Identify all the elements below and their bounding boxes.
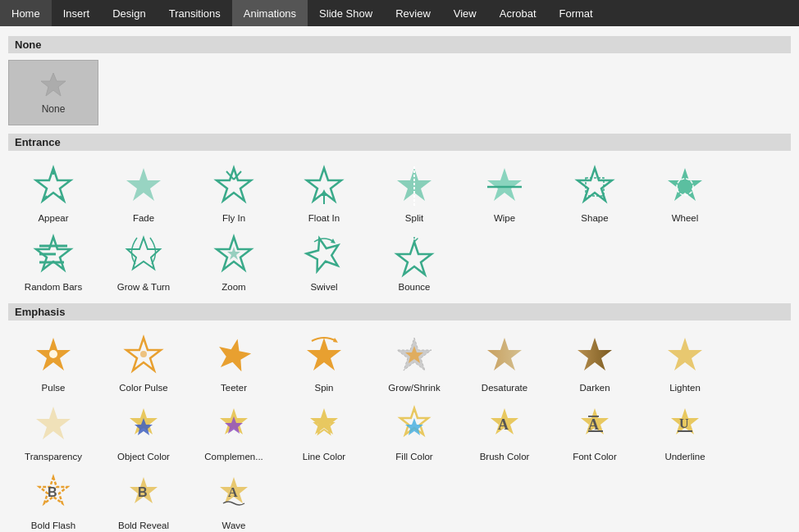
- objectcolor-icon: [119, 401, 168, 450]
- wipe-item[interactable]: Wipe: [459, 157, 550, 226]
- fontcolor-item[interactable]: A Font Color: [550, 396, 640, 465]
- lighten-label: Lighten: [669, 383, 701, 393]
- zoom-item[interactable]: Zoom: [189, 226, 279, 295]
- darken-item[interactable]: Darken: [550, 327, 640, 396]
- menu-transitions[interactable]: Transitions: [158, 0, 232, 26]
- svg-marker-7: [126, 168, 161, 201]
- growturn-item[interactable]: Grow & Turn: [98, 226, 189, 295]
- none-animation-item[interactable]: None: [8, 60, 98, 125]
- svg-point-36: [140, 351, 147, 357]
- fade-item[interactable]: Fade: [98, 157, 189, 226]
- linecolor-item[interactable]: Line Color: [279, 396, 369, 465]
- teeter-label: Teeter: [221, 383, 247, 393]
- menu-animations[interactable]: Animations: [232, 0, 308, 26]
- fontcolor-icon: A: [570, 401, 619, 450]
- complementary-item[interactable]: Complemen...: [189, 396, 279, 465]
- brushcolor-icon: A: [480, 401, 529, 450]
- menu-home[interactable]: Home: [0, 0, 52, 26]
- desaturate-label: Desaturate: [482, 383, 527, 393]
- svg-marker-43: [578, 338, 612, 371]
- zoom-label: Zoom: [221, 282, 245, 292]
- emphasis-grid: Pulse Color Pulse Teeter: [8, 322, 791, 532]
- flyin-label: Fly In: [222, 213, 245, 223]
- svg-marker-39: [333, 338, 338, 343]
- svg-marker-0: [41, 73, 66, 96]
- menu-acrobat[interactable]: Acrobat: [488, 0, 548, 26]
- svg-text:B: B: [138, 485, 148, 499]
- swivel-label: Swivel: [310, 282, 337, 292]
- darken-label: Darken: [579, 383, 610, 393]
- boldreveal-label: Bold Reveal: [118, 521, 169, 530]
- split-icon: [390, 162, 439, 211]
- randombars-icon: [29, 231, 78, 280]
- boldflash-label: Bold Flash: [31, 521, 75, 530]
- flyin-item[interactable]: Fly In: [189, 157, 279, 226]
- desaturate-item[interactable]: Desaturate: [459, 327, 550, 396]
- shape-item[interactable]: Shape: [550, 157, 640, 226]
- underline-item[interactable]: U Underline: [640, 396, 730, 465]
- shape-icon: [570, 162, 619, 211]
- wheel-icon: [660, 162, 710, 211]
- animations-panel: None None Entrance Appear: [0, 26, 799, 532]
- lighten-item[interactable]: Lighten: [640, 327, 730, 396]
- emphasis-header: Emphasis: [8, 303, 791, 321]
- transparency-item[interactable]: Transparency: [8, 396, 98, 465]
- svg-marker-42: [487, 338, 522, 371]
- fillcolor-item[interactable]: Fill Color: [369, 396, 459, 465]
- pulse-label: Pulse: [42, 383, 66, 393]
- boldflash-icon: B: [29, 470, 78, 519]
- wave-label: Wave: [222, 521, 246, 530]
- menu-insert[interactable]: Insert: [52, 0, 102, 26]
- boldflash-item[interactable]: B Bold Flash: [8, 465, 98, 532]
- none-section: None: [8, 55, 791, 130]
- growshrink-item[interactable]: Grow/Shrink: [369, 327, 459, 396]
- wheel-item[interactable]: Wheel: [640, 157, 730, 226]
- boldreveal-item[interactable]: B Bold Reveal: [98, 465, 189, 532]
- svg-text:B: B: [48, 485, 57, 499]
- menu-slideshow[interactable]: Slide Show: [308, 0, 384, 26]
- teeter-item[interactable]: Teeter: [189, 327, 279, 396]
- growturn-label: Grow & Turn: [117, 282, 171, 292]
- menu-format[interactable]: Format: [548, 0, 605, 26]
- menu-design[interactable]: Design: [101, 0, 157, 26]
- menu-review[interactable]: Review: [384, 0, 442, 26]
- fade-icon: [119, 162, 168, 211]
- wipe-label: Wipe: [494, 213, 515, 223]
- split-item[interactable]: Split: [369, 157, 459, 226]
- transparency-icon: [29, 401, 78, 450]
- objectcolor-item[interactable]: Object Color: [98, 396, 189, 465]
- randombars-item[interactable]: Random Bars: [8, 226, 98, 295]
- svg-marker-13: [321, 189, 327, 196]
- appear-label: Appear: [38, 213, 68, 223]
- brushcolor-item[interactable]: A Brush Color: [459, 396, 550, 465]
- menu-bar: Home Insert Design Transitions Animation…: [0, 0, 799, 26]
- boldreveal-icon: B: [119, 470, 168, 519]
- fillcolor-label: Fill Color: [395, 452, 432, 462]
- wave-icon: A: [209, 470, 258, 519]
- svg-marker-20: [668, 168, 702, 201]
- svg-marker-44: [668, 338, 702, 371]
- menu-view[interactable]: View: [442, 0, 488, 26]
- swivel-icon: [299, 231, 349, 280]
- complementary-label: Complemen...: [204, 452, 263, 462]
- underline-label: Underline: [664, 452, 705, 462]
- spin-icon: [299, 332, 349, 381]
- teeter-icon: [209, 332, 258, 381]
- floatin-item[interactable]: Float In: [279, 157, 369, 226]
- underline-icon: U: [660, 401, 710, 450]
- spin-item[interactable]: Spin: [279, 327, 369, 396]
- wave-item[interactable]: A Wave: [189, 465, 279, 532]
- none-header: None: [8, 36, 791, 53]
- entrance-header: Entrance: [8, 134, 791, 151]
- appear-item[interactable]: Appear: [8, 157, 98, 226]
- swivel-item[interactable]: Swivel: [279, 226, 369, 295]
- growturn-icon: [119, 231, 168, 280]
- pulse-item[interactable]: Pulse: [8, 327, 98, 396]
- colorpulse-item[interactable]: Color Pulse: [98, 327, 189, 396]
- shape-label: Shape: [581, 213, 608, 223]
- brushcolor-label: Brush Color: [480, 452, 530, 462]
- growshrink-label: Grow/Shrink: [388, 383, 440, 393]
- bounce-item[interactable]: Bounce: [369, 226, 459, 295]
- growshrink-icon: [390, 332, 439, 381]
- colorpulse-icon: [119, 332, 168, 381]
